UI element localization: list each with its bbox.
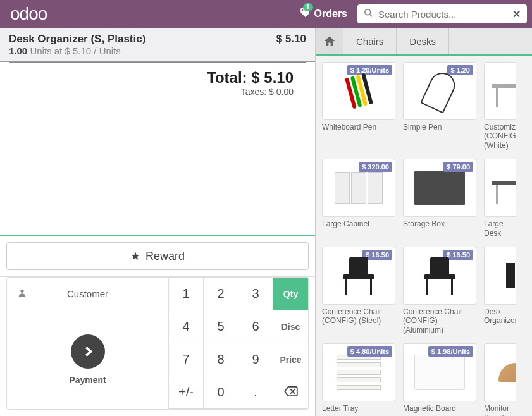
order-totals: Total: $ 5.10 Taxes: $ 0.00 — [9, 62, 306, 101]
orders-badge: 1 — [303, 3, 313, 11]
payment-button[interactable]: Payment — [7, 310, 168, 409]
reward-button[interactable]: ★ Reward — [6, 242, 309, 270]
svg-point-0 — [365, 9, 371, 15]
numpad-6[interactable]: 6 — [238, 310, 273, 343]
orderline-detail: 1.00 Units at $ 5.10 / Units — [9, 46, 145, 56]
product-conf-chair-steel[interactable]: $ 16.50 Conference Chair (CONFIG) (Steel… — [322, 247, 395, 334]
product-monitor-stand[interactable]: Monitor Stand — [484, 343, 516, 416]
product-storage-box[interactable]: $ 79.00 Storage Box — [403, 159, 476, 238]
total-value: $ 5.10 — [251, 69, 294, 86]
category-bar: Chairs Desks — [316, 28, 532, 56]
product-simple-pen[interactable]: $ 1.20 Simple Pen — [403, 62, 476, 150]
product-conf-chair-alu[interactable]: $ 16.50 Conference Chair (CONFIG) (Alumi… — [403, 247, 476, 334]
numpad-decimal[interactable]: . — [238, 376, 273, 409]
numpad-8[interactable]: 8 — [204, 343, 238, 376]
search-icon — [364, 8, 373, 20]
orders-label: Orders — [314, 8, 347, 20]
product-large-cabinet[interactable]: $ 320.00 Large Cabinet — [322, 159, 395, 238]
category-home-button[interactable] — [316, 28, 343, 54]
product-whiteboard-pen[interactable]: $ 1.20/Units Whiteboard Pen — [322, 62, 395, 150]
order-panel: Desk Organizer (S, Plastic) 1.00 Units a… — [0, 28, 316, 416]
numpad-sign[interactable]: +/- — [169, 376, 204, 409]
product-customizable[interactable]: Customizable (CONFIG) (White) — [484, 62, 516, 150]
home-icon — [323, 35, 336, 47]
numpad-7[interactable]: 7 — [169, 343, 204, 376]
numpad-disc[interactable]: Disc — [273, 310, 308, 343]
product-large-desk[interactable]: Large Desk — [484, 159, 516, 238]
search-input[interactable] — [378, 9, 512, 20]
product-desk-organizer[interactable]: Desk Organizer — [484, 247, 516, 334]
numpad: 1 2 3 Qty 4 5 6 Disc 7 8 9 Price +/- 0 . — [169, 277, 309, 410]
product-magnetic-board[interactable]: $ 1.98/Units Magnetic Board — [403, 343, 476, 416]
numpad-5[interactable]: 5 — [204, 310, 238, 343]
product-letter-tray[interactable]: $ 4.80/Units Letter Tray — [322, 343, 395, 416]
tag-icon: 1 — [299, 7, 311, 21]
numpad-9[interactable]: 9 — [238, 343, 273, 376]
category-chairs[interactable]: Chairs — [343, 28, 397, 54]
search-box[interactable]: ✕ — [357, 4, 527, 23]
numpad-backspace[interactable] — [273, 376, 308, 409]
product-panel: Chairs Desks $ 1.20/Units Whiteboard Pen… — [316, 28, 532, 416]
brand-logo: odoo — [10, 4, 47, 24]
orders-button[interactable]: 1 Orders — [299, 7, 347, 21]
tax-label: Taxes: — [241, 87, 266, 97]
category-desks[interactable]: Desks — [397, 28, 449, 54]
orderline-product-name: Desk Organizer (S, Plastic) — [9, 33, 145, 46]
order-line[interactable]: Desk Organizer (S, Plastic) 1.00 Units a… — [0, 28, 315, 61]
orderline-price: $ 5.10 — [276, 33, 306, 56]
numpad-0[interactable]: 0 — [204, 376, 238, 409]
chevron-right-icon — [71, 334, 105, 369]
customer-button[interactable]: Customer — [7, 278, 168, 310]
numpad-3[interactable]: 3 — [238, 278, 273, 310]
clear-search-icon[interactable]: ✕ — [512, 8, 521, 20]
numpad-4[interactable]: 4 — [169, 310, 204, 343]
top-bar: odoo 1 Orders ✕ — [0, 0, 532, 28]
svg-line-1 — [369, 14, 372, 16]
numpad-price[interactable]: Price — [273, 343, 308, 376]
numpad-2[interactable]: 2 — [204, 278, 238, 310]
star-icon: ★ — [130, 249, 140, 263]
backspace-icon — [284, 386, 298, 396]
numpad-1[interactable]: 1 — [169, 278, 204, 310]
numpad-qty[interactable]: Qty — [273, 278, 308, 310]
svg-point-2 — [20, 290, 23, 293]
person-icon — [17, 288, 27, 300]
total-label: Total: — [207, 69, 247, 86]
tax-value: $ 0.00 — [269, 87, 294, 97]
